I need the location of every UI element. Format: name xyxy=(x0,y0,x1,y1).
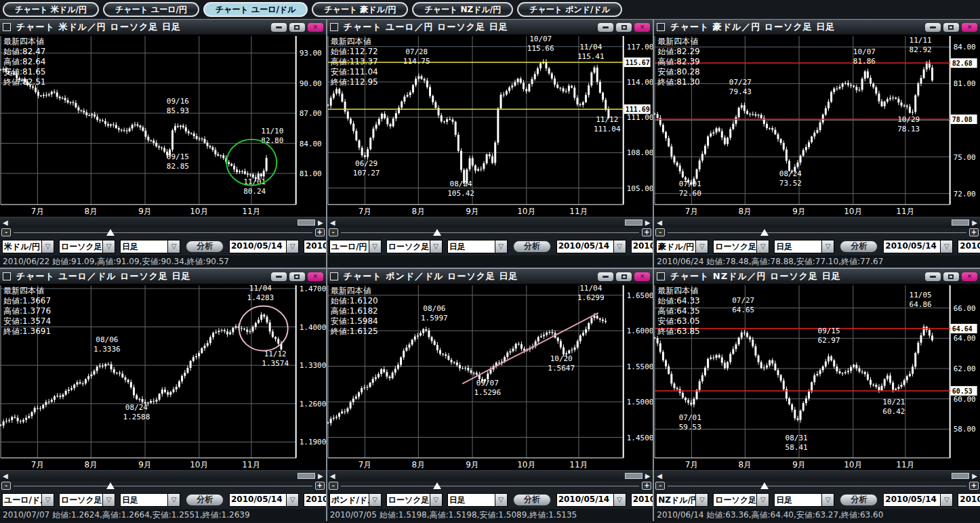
scroll-right-arrow-icon[interactable]: ▶ xyxy=(317,219,325,226)
analyze-button[interactable]: 分析 xyxy=(839,240,878,253)
period-select[interactable]: 日足 ▽ xyxy=(447,240,508,253)
dropdown-arrow-icon[interactable]: ▽ xyxy=(695,493,708,507)
zoom-slider-thumb[interactable] xyxy=(106,229,115,236)
chart-style-select[interactable]: ローソク足 ▽ xyxy=(713,240,769,253)
chart-style-select[interactable]: ローソク足 ▽ xyxy=(386,493,443,507)
window-menu-icon[interactable] xyxy=(657,23,665,31)
zoom-in-button[interactable]: + xyxy=(642,228,651,236)
chart-tab[interactable]: チャート ポンド/ドル xyxy=(517,2,622,17)
chart-style-select[interactable]: ローソク足 ▽ xyxy=(59,240,115,253)
period-select[interactable]: 日足 ▽ xyxy=(120,493,180,507)
dropdown-arrow-icon[interactable]: ▽ xyxy=(286,240,299,253)
window-menu-icon[interactable] xyxy=(3,23,11,31)
period-select[interactable]: 日足 ▽ xyxy=(774,240,834,253)
dropdown-arrow-icon[interactable]: ▽ xyxy=(821,240,834,253)
scrollbar-thumb[interactable] xyxy=(952,219,969,226)
chart-style-select[interactable]: ローソク足 ▽ xyxy=(713,493,769,507)
chart-area[interactable]: 1.47001.40001.33001.26001.19007月8月9月10月1… xyxy=(0,284,326,470)
minimize-button[interactable] xyxy=(598,23,613,32)
date-from-select[interactable]: 2010/05/14 ▽ xyxy=(556,493,626,507)
dropdown-arrow-icon[interactable]: ▽ xyxy=(102,493,115,507)
period-select[interactable]: 日足 ▽ xyxy=(447,493,508,507)
zoom-in-button[interactable]: + xyxy=(969,228,979,236)
dropdown-arrow-icon[interactable]: ▽ xyxy=(167,493,180,507)
minimize-button[interactable] xyxy=(271,272,287,281)
dropdown-arrow-icon[interactable]: ▽ xyxy=(369,493,382,507)
date-to-select[interactable]: 2010/11/14 ▽ xyxy=(304,493,326,507)
analyze-button[interactable]: 分析 xyxy=(185,493,224,507)
zoom-slider-track[interactable] xyxy=(668,482,966,490)
close-button[interactable]: ✕ xyxy=(962,23,977,32)
dropdown-arrow-icon[interactable]: ▽ xyxy=(286,493,299,507)
dropdown-arrow-icon[interactable]: ▽ xyxy=(613,493,626,507)
zoom-slider-thumb[interactable] xyxy=(106,482,115,489)
period-select[interactable]: 日足 ▽ xyxy=(774,493,834,507)
chart-area[interactable]: 93.0090.0087.0084.0081.007月8月9月10月11月09/… xyxy=(0,35,326,217)
date-from-select[interactable]: 2010/05/14 ▽ xyxy=(883,240,953,253)
maximize-button[interactable] xyxy=(616,23,632,32)
zoom-slider-thumb[interactable] xyxy=(433,482,441,489)
dropdown-arrow-icon[interactable]: ▽ xyxy=(695,240,708,253)
zoom-out-button[interactable]: - xyxy=(655,228,665,236)
minimize-button[interactable] xyxy=(598,272,613,281)
scroll-right-arrow-icon[interactable]: ▶ xyxy=(971,219,979,226)
dropdown-arrow-icon[interactable]: ▽ xyxy=(495,493,508,507)
analyze-button[interactable]: 分析 xyxy=(512,240,552,253)
zoom-out-button[interactable]: - xyxy=(1,228,11,236)
zoom-slider-thumb[interactable] xyxy=(433,229,441,236)
date-from-select[interactable]: 2010/05/14 ▽ xyxy=(556,240,626,253)
dropdown-arrow-icon[interactable]: ▽ xyxy=(102,240,115,253)
scrollbar-thumb[interactable] xyxy=(298,219,315,226)
zoom-slider-track[interactable] xyxy=(341,228,640,236)
dropdown-arrow-icon[interactable]: ▽ xyxy=(756,240,769,253)
analyze-button[interactable]: 分析 xyxy=(185,240,224,253)
scrollbar-track[interactable] xyxy=(9,473,298,480)
chart-tab[interactable]: チャート 米ドル/円 xyxy=(3,2,99,17)
chart-area[interactable]: 1.65001.60001.55001.50001.45007月8月9月10月1… xyxy=(327,284,653,470)
chart-tab[interactable]: チャート ユーロ/円 xyxy=(103,2,199,17)
scroll-right-arrow-icon[interactable]: ▶ xyxy=(317,473,325,480)
date-to-select[interactable]: 2010/11/14 ▽ xyxy=(304,240,326,253)
scroll-right-arrow-icon[interactable]: ▶ xyxy=(971,473,979,480)
close-button[interactable]: ✕ xyxy=(308,23,323,32)
dropdown-arrow-icon[interactable]: ▽ xyxy=(821,493,834,507)
date-from-select[interactable]: 2010/05/14 ▽ xyxy=(883,493,953,507)
zoom-slider-track[interactable] xyxy=(341,482,640,490)
zoom-in-button[interactable]: + xyxy=(969,482,979,490)
chart-style-select[interactable]: ローソク足 ▽ xyxy=(59,493,115,507)
scroll-left-arrow-icon[interactable]: ◀ xyxy=(329,473,337,480)
zoom-out-button[interactable]: - xyxy=(1,482,11,490)
pair-select[interactable]: 豪ドル/円 ▽ xyxy=(656,240,708,253)
pair-select[interactable]: NZドル/円 ▽ xyxy=(656,493,708,507)
dropdown-arrow-icon[interactable]: ▽ xyxy=(430,493,443,507)
maximize-button[interactable] xyxy=(616,272,632,281)
zoom-slider-thumb[interactable] xyxy=(760,229,769,236)
dropdown-arrow-icon[interactable]: ▽ xyxy=(41,240,54,253)
pair-select[interactable]: ユーロ/円 ▽ xyxy=(329,240,382,253)
dropdown-arrow-icon[interactable]: ▽ xyxy=(167,240,180,253)
scroll-left-arrow-icon[interactable]: ◀ xyxy=(1,219,9,226)
dropdown-arrow-icon[interactable]: ▽ xyxy=(41,493,54,507)
zoom-slider-track[interactable] xyxy=(14,482,312,490)
window-menu-icon[interactable] xyxy=(657,272,665,280)
maximize-button[interactable] xyxy=(289,272,305,281)
chart-area[interactable]: 84.0081.0078.0075.0072.007月8月9月10月11月82.… xyxy=(654,35,980,217)
scroll-right-arrow-icon[interactable]: ▶ xyxy=(644,219,652,226)
minimize-button[interactable] xyxy=(925,23,941,32)
date-from-select[interactable]: 2010/05/14 ▽ xyxy=(229,240,299,253)
scroll-left-arrow-icon[interactable]: ◀ xyxy=(655,219,663,226)
zoom-slider-track[interactable] xyxy=(14,228,312,236)
zoom-in-button[interactable]: + xyxy=(315,482,325,490)
zoom-in-button[interactable]: + xyxy=(315,228,325,236)
zoom-out-button[interactable]: - xyxy=(655,482,665,490)
zoom-out-button[interactable]: - xyxy=(329,482,338,490)
minimize-button[interactable] xyxy=(271,23,287,32)
date-to-select[interactable]: 2010/11/14 ▽ xyxy=(631,240,653,253)
scrollbar-thumb[interactable] xyxy=(625,473,642,479)
zoom-slider-track[interactable] xyxy=(668,228,966,236)
dropdown-arrow-icon[interactable]: ▽ xyxy=(940,493,953,507)
scrollbar-track[interactable] xyxy=(336,219,624,226)
chart-area[interactable]: 117.00114.00111.00108.00105.007月8月9月10月1… xyxy=(327,35,653,217)
dropdown-arrow-icon[interactable]: ▽ xyxy=(940,240,953,253)
minimize-button[interactable] xyxy=(925,272,941,281)
